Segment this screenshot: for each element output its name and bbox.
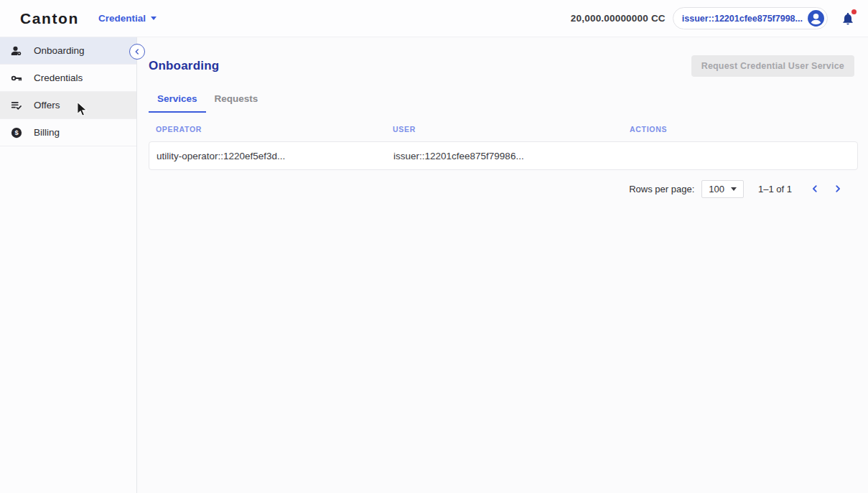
table-row: utility-operator::1220ef5ef3d... issuer:…	[149, 141, 858, 170]
tab-requests[interactable]: Requests	[206, 88, 267, 113]
top-app-bar: Canton Credential 20,000.00000000 CC iss…	[0, 0, 868, 37]
sidebar-item-label: Onboarding	[34, 45, 85, 56]
user-cell: issuer::12201cfee875f79986...	[393, 151, 630, 161]
offers-checklist-icon	[10, 99, 23, 112]
key-icon	[10, 72, 23, 85]
party-id-chip[interactable]: issuer::12201cfee875f7998...	[673, 7, 828, 29]
app-selector-label: Credential	[98, 13, 146, 24]
sidebar-item-offers[interactable]: Offers	[0, 92, 136, 119]
tab-services[interactable]: Services	[149, 88, 206, 113]
rows-per-page-label: Rows per page:	[629, 184, 694, 194]
chevron-right-icon	[833, 184, 843, 194]
next-page-button[interactable]	[826, 179, 849, 199]
request-credential-user-service-button[interactable]: Request Credential User Service	[691, 55, 854, 77]
previous-page-button[interactable]	[803, 179, 826, 199]
sidebar-collapse-button[interactable]	[129, 44, 145, 60]
column-header-user: USER	[393, 125, 630, 133]
caret-down-icon	[151, 17, 157, 20]
services-table: OPERATOR USER ACTIONS utility-operator::…	[149, 125, 858, 199]
sidebar-item-billing[interactable]: $ Billing	[0, 119, 136, 146]
column-header-operator: OPERATOR	[156, 125, 393, 133]
chevron-left-icon	[810, 184, 820, 194]
tab-bar: Services Requests	[149, 88, 868, 113]
chevron-left-icon	[133, 47, 141, 56]
caret-down-icon	[731, 187, 737, 191]
party-id-text: issuer::12201cfee875f7998...	[682, 14, 803, 24]
rows-per-page-value: 100	[709, 184, 724, 194]
sidebar-item-onboarding[interactable]: Onboarding	[0, 37, 136, 65]
page-title: Onboarding	[149, 59, 219, 73]
operator-cell: utility-operator::1220ef5ef3d...	[157, 151, 393, 161]
main-content: Onboarding Request Credential User Servi…	[138, 37, 868, 493]
header-right-group: 20,000.00000000 CC issuer::12201cfee875f…	[571, 7, 858, 29]
sidebar-nav: Onboarding Credentials Offers	[0, 37, 137, 493]
sidebar-item-label: Billing	[34, 127, 60, 138]
balance-amount: 20,000.00000000 CC	[571, 13, 666, 24]
onboarding-badge-icon	[10, 44, 23, 57]
table-header-row: OPERATOR USER ACTIONS	[149, 125, 858, 133]
canton-logo: Canton	[20, 10, 79, 27]
svg-text:$: $	[14, 129, 19, 136]
pagination-bar: Rows per page: 100 1–1 of 1	[149, 179, 849, 199]
sidebar-item-label: Credentials	[34, 72, 83, 83]
sidebar-item-label: Offers	[34, 100, 60, 111]
notification-dot	[851, 9, 857, 14]
page-range-text: 1–1 of 1	[758, 184, 792, 194]
column-header-actions: ACTIONS	[630, 125, 851, 133]
rows-per-page-select[interactable]: 100	[701, 180, 744, 198]
account-avatar-icon	[807, 9, 825, 27]
billing-dollar-icon: $	[10, 126, 23, 139]
sidebar-item-credentials[interactable]: Credentials	[0, 65, 136, 92]
notifications-button[interactable]	[838, 9, 858, 29]
app-selector-dropdown[interactable]: Credential	[98, 13, 157, 24]
